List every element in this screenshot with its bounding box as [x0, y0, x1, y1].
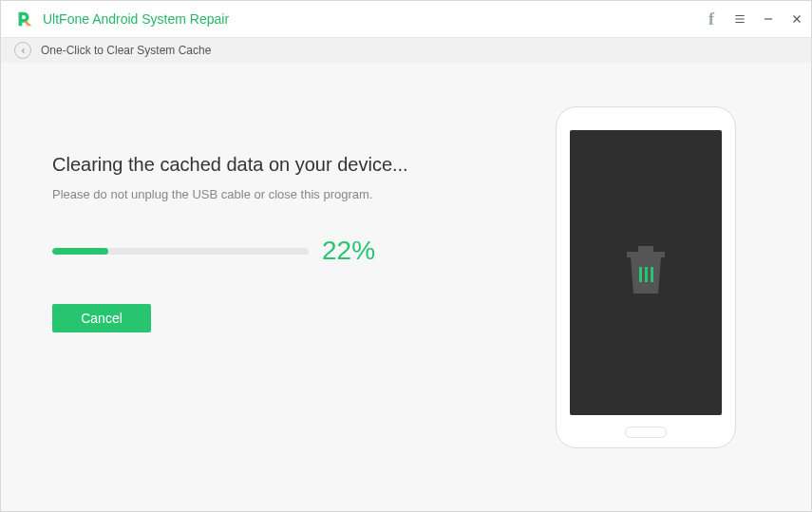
menu-icon[interactable] — [726, 1, 754, 38]
progress-bar — [52, 248, 309, 255]
home-indicator — [625, 427, 667, 438]
phone-illustration — [556, 106, 736, 448]
svg-rect-2 — [651, 267, 653, 282]
cancel-button[interactable]: Cancel — [52, 304, 151, 332]
progress-subtext: Please do not unplug the USB cable or cl… — [52, 187, 532, 201]
facebook-icon[interactable]: f — [697, 1, 726, 38]
app-logo-icon — [14, 9, 35, 29]
trash-icon — [623, 244, 669, 301]
app-title: UltFone Android System Repair — [43, 11, 229, 27]
minimize-button[interactable] — [754, 1, 783, 38]
breadcrumb-label: One-Click to Clear System Cache — [41, 44, 211, 57]
progress-percent: 22% — [322, 236, 375, 266]
svg-rect-1 — [645, 267, 648, 282]
close-button[interactable] — [783, 1, 811, 38]
progress-heading: Clearing the cached data on your device.… — [52, 154, 532, 176]
progress-bar-fill — [52, 248, 108, 255]
svg-rect-0 — [639, 267, 642, 282]
back-button[interactable] — [14, 42, 31, 59]
